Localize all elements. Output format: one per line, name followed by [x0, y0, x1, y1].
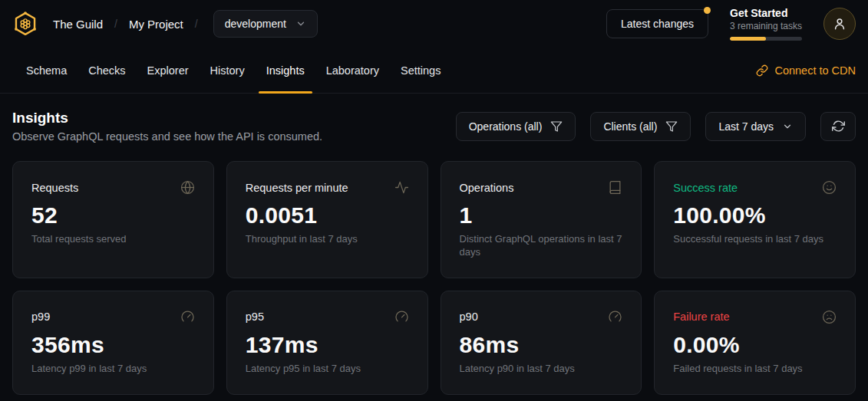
card-description: Failed requests in last 7 days — [673, 363, 837, 376]
tab-schema[interactable]: Schema — [15, 48, 78, 93]
card-title: Requests — [31, 182, 78, 194]
globe-icon — [180, 180, 195, 195]
filter-funnel-icon — [550, 120, 563, 133]
frown-icon — [822, 310, 837, 324]
stats-grid: Requests 52 Total requests served Reques… — [12, 161, 856, 395]
latest-changes-label: Latest changes — [621, 18, 694, 30]
card-title: p90 — [460, 311, 478, 323]
card-head: p99 — [31, 310, 195, 324]
tab-label: Insights — [266, 64, 305, 77]
card-value: 356ms — [31, 332, 195, 358]
card-head: Requests — [31, 180, 195, 195]
date-range-selector[interactable]: Last 7 days — [705, 112, 806, 141]
card-value: 1 — [460, 202, 623, 228]
get-started-progress-track — [730, 37, 802, 41]
clients-filter-button[interactable]: Clients (all) — [590, 112, 691, 141]
card-title: Operations — [460, 182, 514, 194]
target-selector[interactable]: development — [213, 10, 318, 38]
card-head: p95 — [246, 310, 409, 324]
card-head: Success rate — [673, 180, 837, 195]
page-title: Insights — [12, 110, 322, 127]
breadcrumb-separator: / — [114, 18, 117, 30]
refresh-icon — [832, 120, 845, 133]
tab-label: Explorer — [147, 64, 189, 77]
operations-filter-label: Operations (all) — [469, 120, 543, 133]
connect-to-cdn-label: Connect to CDN — [774, 64, 856, 77]
date-range-label: Last 7 days — [718, 120, 774, 133]
breadcrumb-project[interactable]: My Project — [129, 18, 183, 31]
person-icon — [832, 16, 847, 31]
card-description: Successful requests in last 7 days — [673, 233, 837, 246]
user-avatar[interactable] — [823, 8, 856, 40]
get-started-widget[interactable]: Get Started 3 remaining tasks — [730, 7, 802, 41]
card-head: Requests per minute — [246, 180, 409, 195]
tab-label: Settings — [401, 64, 441, 77]
filters-toolbar: Operations (all) Clients (all) Last 7 da… — [456, 112, 856, 141]
card-value: 100.00% — [673, 202, 837, 228]
card-description: Latency p99 in last 7 days — [31, 363, 195, 376]
clients-filter-label: Clients (all) — [603, 120, 657, 133]
project-nav: Schema Checks Explorer History Insights … — [0, 48, 868, 94]
gauge-icon — [180, 310, 195, 324]
stat-card-p90: p90 86ms Latency p90 in last 7 days — [441, 291, 642, 395]
tab-label: History — [210, 64, 245, 77]
insights-page: Insights Observe GraphQL requests and se… — [0, 94, 868, 401]
guild-hive-logo-icon[interactable] — [12, 11, 38, 37]
stat-card-p95: p95 137ms Latency p95 in last 7 days — [226, 291, 428, 395]
top-header: The Guild / My Project / development Lat… — [0, 0, 868, 48]
header-right: Latest changes Get Started 3 remaining t… — [606, 7, 856, 41]
card-value: 86ms — [460, 332, 623, 358]
card-description: Distinct GraphQL operations in last 7 da… — [460, 233, 623, 259]
card-description: Latency p90 in last 7 days — [460, 363, 623, 376]
card-title: p95 — [246, 311, 264, 323]
get-started-subtitle: 3 remaining tasks — [730, 21, 802, 31]
stat-card-failure-rate: Failure rate 0.00% Failed requests in la… — [654, 291, 856, 395]
card-value: 137ms — [246, 332, 409, 358]
card-description: Throughput in last 7 days — [246, 233, 409, 246]
card-value: 0.00% — [673, 332, 837, 358]
insights-heading-block: Insights Observe GraphQL requests and se… — [12, 110, 322, 143]
card-head: Operations — [460, 180, 623, 195]
latest-changes-button[interactable]: Latest changes — [606, 9, 708, 38]
tab-checks[interactable]: Checks — [78, 48, 136, 93]
card-value: 0.0051 — [246, 202, 409, 228]
tab-explorer[interactable]: Explorer — [137, 48, 200, 93]
tab-label: Schema — [26, 64, 67, 77]
card-title: Failure rate — [673, 311, 729, 323]
tab-laboratory[interactable]: Laboratory — [315, 48, 390, 93]
tab-insights[interactable]: Insights — [256, 48, 315, 93]
stat-card-success-rate: Success rate 100.00% Successful requests… — [654, 161, 856, 278]
card-title: Requests per minute — [246, 182, 348, 194]
activity-icon — [394, 180, 409, 195]
card-description: Total requests served — [31, 233, 195, 246]
gauge-icon — [394, 310, 409, 324]
card-head: p90 — [460, 310, 623, 324]
card-description: Latency p95 in last 7 days — [246, 363, 409, 376]
card-title: p99 — [31, 311, 50, 323]
chevron-down-icon — [782, 121, 793, 132]
filter-funnel-icon — [665, 120, 678, 133]
notification-dot — [704, 7, 711, 14]
get-started-title: Get Started — [730, 7, 802, 19]
book-icon — [608, 180, 622, 195]
operations-filter-button[interactable]: Operations (all) — [456, 112, 576, 141]
breadcrumb-org[interactable]: The Guild — [53, 18, 103, 31]
refresh-button[interactable] — [820, 112, 856, 141]
tab-label: Checks — [88, 64, 125, 77]
tab-history[interactable]: History — [200, 48, 256, 93]
stat-card-requests: Requests 52 Total requests served — [12, 161, 214, 278]
chevron-down-icon — [295, 18, 306, 29]
tab-settings[interactable]: Settings — [390, 48, 451, 93]
breadcrumb-separator: / — [195, 18, 198, 30]
insights-header-row: Insights Observe GraphQL requests and se… — [12, 110, 856, 143]
get-started-progress-fill — [730, 37, 766, 41]
breadcrumb: The Guild / My Project / development — [12, 10, 318, 38]
stat-card-requests-per-minute: Requests per minute 0.0051 Throughput in… — [226, 161, 428, 278]
connect-to-cdn-link[interactable]: Connect to CDN — [756, 48, 856, 93]
stat-card-operations: Operations 1 Distinct GraphQL operations… — [441, 161, 642, 278]
card-head: Failure rate — [673, 310, 837, 324]
page-subtitle: Observe GraphQL requests and see how the… — [12, 130, 322, 143]
card-value: 52 — [31, 202, 195, 228]
card-title: Success rate — [673, 182, 738, 194]
link-icon — [756, 64, 768, 77]
